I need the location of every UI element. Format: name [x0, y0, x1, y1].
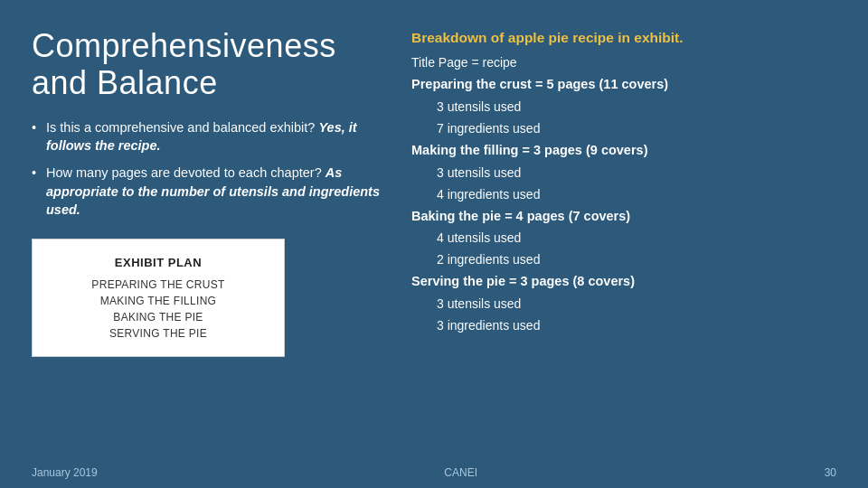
slide-title: Comprehensiveness and Balance — [32, 27, 384, 102]
exhibit-item-1: PREPARING THE CRUST — [91, 278, 224, 291]
breakdown-line-0: Title Page = recipe — [411, 53, 836, 72]
breakdown-line-9: 2 ingredients used — [411, 250, 836, 269]
breakdown-line-8: 4 utensils used — [411, 229, 836, 248]
footer-date: January 2019 — [32, 466, 98, 479]
footer: January 2019 CANEI 30 — [0, 461, 868, 488]
breakdown-line-12: 3 ingredients used — [411, 316, 836, 335]
exhibit-item-3: BAKING THE PIE — [113, 311, 203, 324]
breakdown-line-6: 4 ingredients used — [411, 185, 836, 204]
exhibit-image: EXHIBIT PLAN PREPARING THE CRUST MAKING … — [32, 239, 285, 357]
breakdown-line-3: 7 ingredients used — [411, 119, 836, 138]
bullet-item-1: Is this a comprehensive and balanced exh… — [32, 118, 384, 155]
breakdown-line-4: Making the filling = 3 pages (9 covers) — [411, 141, 836, 161]
exhibit-item-4: SERVING THE PIE — [109, 327, 207, 340]
bullet-list: Is this a comprehensive and balanced exh… — [32, 118, 384, 219]
exhibit-title: EXHIBIT PLAN — [115, 256, 202, 269]
breakdown-line-7: Baking the pie = 4 pages (7 covers) — [411, 207, 836, 227]
breakdown-line-5: 3 utensils used — [411, 164, 836, 183]
exhibit-items: PREPARING THE CRUST MAKING THE FILLING B… — [47, 278, 269, 340]
right-panel: Breakdown of apple pie recipe in exhibit… — [411, 27, 836, 452]
breakdown-line-1: Preparing the crust = 5 pages (11 covers… — [411, 75, 836, 95]
bullet-item-2: How many pages are devoted to each chapt… — [32, 164, 384, 219]
breakdown-line-11: 3 utensils used — [411, 295, 836, 314]
footer-page: 30 — [825, 466, 836, 479]
slide: Comprehensiveness and Balance Is this a … — [0, 0, 868, 488]
bullet-1-text-before: Is this a comprehensive and balanced exh… — [46, 120, 318, 135]
breakdown-header: Breakdown of apple pie recipe in exhibit… — [411, 29, 836, 47]
breakdown-line-10: Serving the pie = 3 pages (8 covers) — [411, 272, 836, 292]
main-content: Comprehensiveness and Balance Is this a … — [0, 0, 868, 461]
breakdown-line-2: 3 utensils used — [411, 98, 836, 117]
left-panel: Comprehensiveness and Balance Is this a … — [32, 27, 384, 452]
footer-center: CANEI — [444, 466, 477, 479]
exhibit-item-2: MAKING THE FILLING — [100, 295, 217, 307]
bullet-2-text-before: How many pages are devoted to each chapt… — [46, 165, 326, 180]
